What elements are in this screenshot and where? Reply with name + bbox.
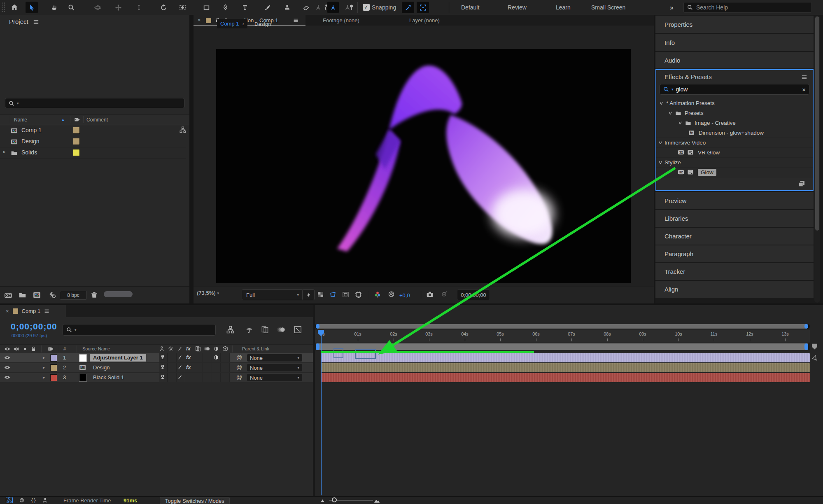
orbit-camera-tool-icon[interactable]	[91, 2, 104, 13]
new-composition-icon[interactable]	[33, 291, 41, 299]
new-animation-preset-icon[interactable]	[798, 180, 805, 187]
panel-align[interactable]: Align	[655, 281, 814, 298]
frame-blending-icon[interactable]	[261, 326, 269, 334]
sidebar-scrollbar[interactable]	[814, 16, 820, 303]
close-icon[interactable]: ×	[198, 17, 201, 23]
quality-column-icon[interactable]	[177, 346, 183, 352]
zoom-out-icon[interactable]	[320, 498, 325, 503]
column-number[interactable]: #	[63, 346, 66, 351]
snap-bounding-box-icon[interactable]	[417, 2, 429, 13]
view-axis-mode-icon[interactable]	[344, 4, 351, 11]
take-snapshot-icon[interactable]	[426, 291, 434, 298]
inout-columns-icon[interactable]: { }	[31, 497, 35, 503]
rectangle-tool-icon[interactable]	[200, 2, 212, 13]
hand-tool-icon[interactable]	[48, 2, 60, 13]
work-area-start-handle[interactable]	[316, 343, 319, 350]
search-help-input[interactable]: Search Help	[683, 2, 812, 13]
threed-column-icon[interactable]	[222, 346, 228, 352]
fast-previews-icon[interactable]	[302, 289, 315, 300]
panel-paragraph[interactable]: Paragraph	[655, 245, 814, 262]
panel-preview[interactable]: Preview	[655, 192, 814, 209]
mask-toggle-icon[interactable]	[19, 497, 25, 503]
graph-editor-icon[interactable]	[294, 326, 302, 334]
collapse-switch-icon[interactable]	[160, 355, 166, 360]
shy-column-icon[interactable]	[159, 346, 165, 352]
expander-icon[interactable]: ▸	[43, 375, 45, 380]
layer-bar-design[interactable]	[321, 363, 810, 372]
show-snapshot-icon[interactable]	[441, 291, 448, 298]
tab-footage[interactable]: Footage (none)	[323, 17, 359, 23]
selection-tool-icon[interactable]	[26, 2, 38, 13]
zoom-in-icon[interactable]	[374, 497, 380, 504]
sort-ascending-icon[interactable]: ▲	[61, 117, 65, 122]
workspace-tab-learn[interactable]: Learn	[556, 4, 571, 11]
clone-stamp-tool-icon[interactable]	[281, 2, 293, 13]
home-icon[interactable]	[8, 2, 21, 13]
quality-switch-icon[interactable]	[177, 364, 183, 370]
toolbar-drag-handle[interactable]	[1, 2, 5, 13]
clear-search-icon[interactable]: ×	[802, 86, 806, 93]
dolly-camera-tool-icon[interactable]	[133, 2, 145, 13]
layer-name[interactable]: Adjustment Layer 1	[90, 354, 146, 362]
playhead-line[interactable]	[321, 330, 322, 495]
comp-mini-flowchart-icon[interactable]	[226, 326, 234, 334]
trash-icon[interactable]	[91, 291, 98, 299]
world-axis-mode-icon[interactable]	[327, 2, 339, 13]
work-area-end-handle[interactable]	[804, 343, 808, 350]
parent-pickwhip-icon[interactable]: @	[236, 364, 242, 371]
project-item-solids[interactable]: ▸ Solids	[0, 147, 186, 159]
panel-menu-icon[interactable]	[293, 18, 298, 23]
timeline-horizontal-scrollbar[interactable]	[315, 324, 810, 329]
exposure-reset-icon[interactable]	[388, 291, 395, 298]
layer-color-swatch[interactable]	[50, 364, 57, 371]
eraser-tool-icon[interactable]	[300, 2, 312, 13]
tree-item-image-creative-folder[interactable]: ∨ Image - Creative	[656, 118, 813, 128]
fx-switch-icon[interactable]: fx	[186, 354, 191, 360]
video-column-icon[interactable]	[4, 346, 10, 352]
tree-item-stylize[interactable]: ∨ Stylize	[656, 157, 813, 168]
draft-3d-icon[interactable]	[245, 326, 253, 334]
label-swatch[interactable]	[73, 127, 80, 134]
timeline-search-input[interactable]: ▾	[63, 324, 216, 336]
panel-divider[interactable]	[189, 15, 194, 303]
timeline-zoom-knob[interactable]	[332, 497, 337, 502]
column-comment[interactable]: Comment	[86, 117, 108, 123]
pan-behind-tool-icon[interactable]	[176, 2, 189, 13]
tree-item-animation-presets[interactable]: ∨ * Animation Presets	[656, 98, 813, 108]
layer-row-design[interactable]: ▸ 2 Design fx @ None ▾	[0, 363, 313, 373]
tree-item-vr-glow[interactable]: 32 VR Glow	[656, 147, 813, 158]
collapse-switch-icon[interactable]	[160, 364, 166, 370]
close-icon[interactable]: ×	[6, 308, 9, 314]
panel-character[interactable]: Character	[655, 228, 814, 245]
label-swatch[interactable]	[73, 138, 80, 145]
snapping-checkbox[interactable]: ✓	[363, 4, 370, 11]
timeline-tab-comp1[interactable]: × Comp 1	[0, 305, 66, 317]
breadcrumb-back-icon[interactable]: ‹	[242, 21, 244, 27]
workspace-tab-default[interactable]: Default	[461, 4, 479, 11]
comp-marker-bin-icon[interactable]	[811, 343, 818, 350]
pan-camera-tool-icon[interactable]	[112, 2, 124, 13]
collapse-switch-icon[interactable]	[160, 374, 166, 380]
layer-name[interactable]: Design	[93, 364, 110, 371]
collapse-column-icon[interactable]	[168, 346, 174, 352]
tree-item-immersive-video[interactable]: ∨ Immersive Video	[656, 138, 813, 148]
workspace-overflow-chevrons[interactable]: »	[670, 4, 674, 12]
panel-properties[interactable]: Properties	[655, 16, 814, 33]
parent-pickwhip-icon[interactable]: @	[236, 354, 242, 361]
parent-link-dropdown[interactable]: None ▾	[247, 374, 302, 381]
expander-icon[interactable]: ▸	[3, 149, 6, 154]
transfer-controls-icon[interactable]	[42, 497, 48, 503]
motion-blur-icon[interactable]	[277, 326, 285, 334]
panel-libraries[interactable]: Libraries	[655, 210, 814, 227]
adjustment-column-icon[interactable]	[213, 346, 219, 352]
pen-tool-icon[interactable]	[219, 2, 231, 13]
label-swatch[interactable]	[73, 149, 80, 156]
frame-blend-column-icon[interactable]	[195, 346, 201, 352]
zoom-tool-icon[interactable]	[65, 2, 77, 13]
layer-color-swatch[interactable]	[50, 355, 57, 362]
parent-link-dropdown[interactable]: None ▾	[247, 354, 302, 362]
column-source-name[interactable]: Source Name	[82, 346, 110, 351]
project-search-input[interactable]: ▾	[5, 98, 184, 108]
panel-tracker[interactable]: Tracker	[655, 263, 814, 280]
breadcrumb[interactable]: Comp 1 ‹	[217, 19, 247, 28]
